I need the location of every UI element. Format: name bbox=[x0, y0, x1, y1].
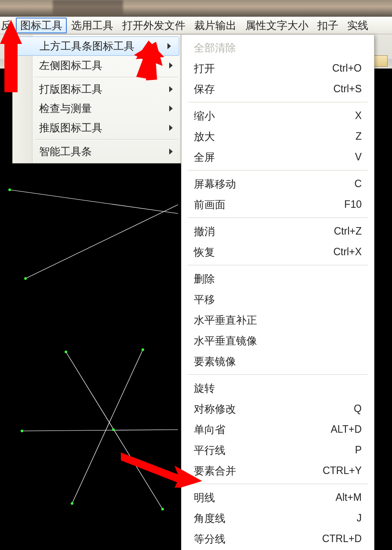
menu-separator bbox=[35, 77, 178, 78]
svg-point-9 bbox=[21, 430, 23, 432]
svg-point-11 bbox=[161, 508, 164, 510]
menu1-pattern-icon-tools[interactable]: 打版图标工具 bbox=[13, 80, 181, 99]
menu-item-piece-output[interactable]: 裁片输出 bbox=[190, 18, 241, 33]
svg-line-5 bbox=[72, 350, 143, 503]
menu-item-attr-text-size[interactable]: 属性文字大小 bbox=[241, 18, 313, 33]
sub-shortcut: Ctrl+Z bbox=[334, 225, 362, 237]
sub-delete[interactable]: 删除 bbox=[181, 268, 374, 289]
sub-label: 保存 bbox=[194, 82, 333, 96]
menu-item-open-external-file[interactable]: 打开外发文件 bbox=[118, 18, 190, 33]
menu1-label: 智能工具条 bbox=[39, 145, 92, 159]
menu1-check-measure[interactable]: 检查与测量 bbox=[13, 99, 181, 118]
sub-zoom-in[interactable]: 放大 Z bbox=[181, 126, 374, 147]
sub-element-mirror[interactable]: 要素镜像 bbox=[181, 351, 374, 372]
sub-label: 屏幕移动 bbox=[194, 177, 354, 191]
sub-shortcut: CTRL+D bbox=[322, 533, 362, 545]
menu-separator bbox=[35, 139, 178, 140]
submenu-arrow-icon bbox=[169, 62, 173, 69]
menu1-label: 推版图标工具 bbox=[39, 121, 102, 135]
menu1-grading-icon-tools[interactable]: 推版图标工具 bbox=[13, 118, 181, 138]
sub-clear-all: 全部清除 bbox=[181, 37, 374, 58]
menu1-left-icon-tools[interactable]: 左侧图标工具 bbox=[13, 56, 181, 75]
menu-item-select-tools[interactable]: 选用工具 bbox=[67, 18, 118, 33]
sub-label: 放大 bbox=[194, 130, 356, 144]
menu-item-0[interactable]: 反 bbox=[1, 18, 16, 33]
sub-zoom-out[interactable]: 缩小 X bbox=[181, 105, 374, 126]
sub-rotate[interactable]: 旋转 bbox=[181, 378, 374, 398]
sub-label: 水平垂直补正 bbox=[194, 313, 362, 327]
menu-item-button[interactable]: 扣子 bbox=[313, 18, 343, 33]
sub-save[interactable]: 保存 Ctrl+S bbox=[181, 79, 374, 99]
sub-redo[interactable]: 恢复 Ctrl+X bbox=[181, 242, 374, 262]
sub-one-way-dart[interactable]: 单向省 ALT+D bbox=[181, 419, 374, 440]
sub-label: 撤消 bbox=[194, 224, 334, 239]
menu-separator bbox=[188, 374, 368, 375]
sub-label: 明线 bbox=[194, 491, 336, 505]
sub-label: 平行线 bbox=[194, 443, 355, 457]
svg-point-7 bbox=[65, 351, 67, 353]
sub-label: 对称修改 bbox=[194, 402, 354, 416]
sub-shortcut: Ctrl+S bbox=[333, 83, 362, 95]
sub-shortcut: P bbox=[355, 444, 362, 456]
sub-label: 恢复 bbox=[194, 245, 333, 259]
sub-pan-screen[interactable]: 屏幕移动 C bbox=[181, 174, 374, 194]
sub-hv-mirror[interactable]: 水平垂直镜像 bbox=[181, 330, 374, 351]
submenu-arrow-icon bbox=[169, 86, 173, 92]
sub-label: 等分线 bbox=[194, 532, 322, 546]
menu-separator bbox=[188, 217, 368, 218]
sub-label: 水平垂直镜像 bbox=[194, 334, 362, 348]
sub-label: 要素镜像 bbox=[194, 355, 362, 369]
submenu-top-toolbar: 全部清除 打开 Ctrl+O 保存 Ctrl+S 缩小 X 放大 Z 全屏 V … bbox=[181, 34, 374, 550]
sub-label: 全部清除 bbox=[194, 41, 362, 55]
sub-hv-correct[interactable]: 水平垂直补正 bbox=[181, 310, 374, 330]
sub-label: 全屏 bbox=[194, 150, 355, 164]
menu1-label: 上方工具条图标工具 bbox=[40, 39, 134, 53]
sub-divide-line[interactable]: 等分线 CTRL+D bbox=[181, 528, 374, 549]
menu-item-solid-line[interactable]: 实线 bbox=[343, 18, 373, 33]
sub-shortcut: Q bbox=[354, 403, 362, 415]
menu1-label: 左侧图标工具 bbox=[39, 58, 102, 72]
sub-open[interactable]: 打开 Ctrl+O bbox=[181, 58, 374, 79]
titlebar-shadow bbox=[53, 0, 123, 17]
svg-point-3 bbox=[24, 277, 27, 280]
sub-label: 缩小 bbox=[194, 109, 355, 123]
sub-top-stitch[interactable]: 明线 Alt+M bbox=[181, 487, 374, 508]
svg-line-6 bbox=[22, 430, 178, 431]
sub-shortcut: CTRL+Y bbox=[323, 465, 362, 477]
sub-shortcut: Z bbox=[356, 130, 362, 142]
sub-prev-view[interactable]: 前画面 F10 bbox=[181, 194, 374, 215]
sub-shortcut: Ctrl+X bbox=[333, 246, 362, 258]
sub-element-merge[interactable]: 要素合并 CTRL+Y bbox=[181, 460, 374, 481]
sub-shortcut: F10 bbox=[344, 199, 362, 210]
svg-line-0 bbox=[10, 190, 178, 213]
submenu-arrow-icon bbox=[169, 125, 173, 131]
sub-label: 打开 bbox=[194, 62, 332, 76]
menu1-smart-toolbar[interactable]: 智能工具条 bbox=[13, 142, 181, 161]
sub-label: 旋转 bbox=[194, 381, 362, 395]
menu-separator bbox=[188, 484, 368, 485]
sub-undo[interactable]: 撤消 Ctrl+Z bbox=[181, 221, 374, 242]
sub-parallel-line[interactable]: 平行线 P bbox=[181, 440, 374, 460]
submenu-arrow-icon bbox=[169, 148, 173, 155]
svg-point-12 bbox=[112, 428, 115, 431]
submenu-arrow-icon bbox=[169, 105, 173, 112]
sub-shortcut: V bbox=[355, 151, 362, 163]
svg-point-1 bbox=[8, 188, 11, 191]
svg-point-8 bbox=[142, 348, 144, 351]
menubar: 反 图标工具 选用工具 打开外发文件 裁片输出 属性文字大小 扣子 实线 bbox=[0, 17, 392, 34]
sub-shortcut: Alt+M bbox=[336, 492, 362, 503]
sub-label: 前画面 bbox=[194, 198, 344, 212]
sub-symmetric-edit[interactable]: 对称修改 Q bbox=[181, 398, 374, 419]
sub-shortcut: Ctrl+O bbox=[332, 62, 362, 74]
menu1-label: 打版图标工具 bbox=[39, 82, 102, 96]
sub-angle-line[interactable]: 角度线 J bbox=[181, 508, 374, 528]
menu-separator bbox=[188, 102, 368, 103]
sub-fullscreen[interactable]: 全屏 V bbox=[181, 147, 374, 167]
menu-separator bbox=[188, 265, 368, 266]
sub-shortcut: X bbox=[355, 110, 362, 122]
menu1-top-toolbar-icon-tools[interactable]: 上方工具条图标工具 bbox=[14, 36, 179, 56]
sub-shortcut: C bbox=[354, 178, 362, 190]
menu-item-icon-tools[interactable]: 图标工具 bbox=[16, 18, 67, 33]
sub-translate[interactable]: 平移 bbox=[181, 289, 374, 310]
sub-label: 单向省 bbox=[194, 423, 330, 437]
